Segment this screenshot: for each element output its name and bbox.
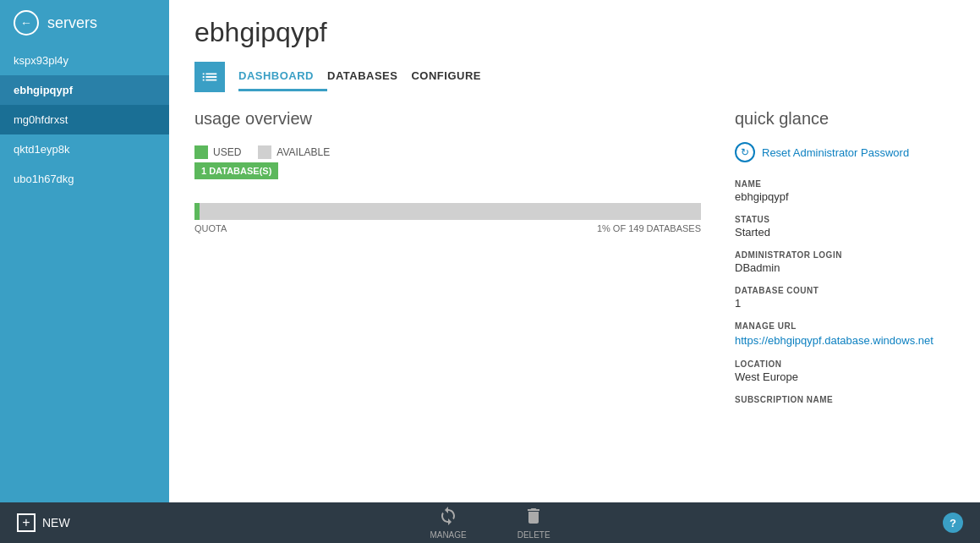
info-location: LOCATION West Europe <box>735 359 955 383</box>
status-value: Started <box>735 226 955 239</box>
legend-available: AVAILABLE <box>258 145 330 159</box>
name-label: NAME <box>735 179 955 189</box>
location-value: West Europe <box>735 370 955 383</box>
subscription-label: SUBSCRIPTION NAME <box>735 395 955 404</box>
footer-toolbar: + NEW MANAGE DELETE ? <box>0 502 980 543</box>
main-body: usage overview USED AVAILABLE 1 DATABASE… <box>169 92 980 502</box>
new-button[interactable]: + NEW <box>17 513 70 532</box>
db-count-value: 1 <box>735 297 955 310</box>
used-color-box <box>194 145 208 159</box>
location-label: LOCATION <box>735 359 955 369</box>
admin-login-value: DBadmin <box>735 261 955 274</box>
sidebar-item-ebhgipqypf[interactable]: ebhgipqypf <box>0 75 169 105</box>
used-label: USED <box>213 146 241 158</box>
main-content: ebhgipqypf DASHBOARD DATABASES CONFIGURE… <box>169 0 980 502</box>
bar-footer: QUOTA 1% of 149 DATABASES <box>194 223 701 233</box>
sidebar-item-ubo1h67dkg[interactable]: ubo1h67dkg <box>0 164 169 194</box>
sidebar: ← servers kspx93pl4y ebhgipqypf mg0hfdrx… <box>0 0 169 502</box>
usage-section: usage overview USED AVAILABLE 1 DATABASE… <box>194 109 701 485</box>
sidebar-item-qktd1eyp8k[interactable]: qktd1eyp8k <box>0 134 169 164</box>
page-title: ebhgipqypf <box>194 17 955 48</box>
help-button[interactable]: ? <box>943 513 963 533</box>
admin-login-label: ADMINISTRATOR LOGIN <box>735 250 955 260</box>
legend: USED AVAILABLE <box>194 145 701 159</box>
usage-title: usage overview <box>194 109 701 129</box>
bar-track <box>194 203 701 220</box>
reset-password-btn[interactable]: ↻ Reset Administrator Password <box>735 142 955 162</box>
tab-dashboard[interactable]: DASHBOARD <box>238 63 327 91</box>
manage-label: MANAGE <box>430 530 466 540</box>
quick-glance: quick glance ↻ Reset Administrator Passw… <box>735 109 955 485</box>
new-plus-icon: + <box>17 513 36 532</box>
tab-configure[interactable]: CONFIGURE <box>411 63 495 91</box>
back-button[interactable]: ← <box>14 10 39 36</box>
quick-glance-title: quick glance <box>735 109 955 129</box>
info-manage-url: MANAGE URL https://ebhgipqypf.database.w… <box>735 321 955 348</box>
delete-icon <box>523 506 544 529</box>
sidebar-title: servers <box>47 14 97 32</box>
info-subscription: SUBSCRIPTION NAME <box>735 395 955 404</box>
nav-tabs: DASHBOARD DATABASES CONFIGURE <box>194 62 955 92</box>
dashboard-icon <box>194 62 225 92</box>
bar-label: 1 DATABASE(S) <box>194 162 278 179</box>
reset-password-label: Reset Administrator Password <box>762 146 909 159</box>
manage-url-value[interactable]: https://ebhgipqypf.database.windows.net <box>735 334 933 347</box>
info-db-count: DATABASE COUNT 1 <box>735 286 955 310</box>
status-label: STATUS <box>735 215 955 224</box>
manage-url-label: MANAGE URL <box>735 321 955 331</box>
sidebar-item-mg0hfdrxst[interactable]: mg0hfdrxst <box>0 105 169 134</box>
bar-container: 1 DATABASE(S) QUOTA 1% of 149 DATABASES <box>194 186 701 233</box>
quota-label: QUOTA <box>194 223 227 233</box>
info-admin-login: ADMINISTRATOR LOGIN DBadmin <box>735 250 955 274</box>
info-status: STATUS Started <box>735 215 955 239</box>
bar-fill <box>194 203 200 220</box>
db-count-label: DATABASE COUNT <box>735 286 955 295</box>
available-label: AVAILABLE <box>276 146 330 158</box>
name-value: ebhgipqypf <box>735 190 955 203</box>
manage-button[interactable]: MANAGE <box>404 506 491 540</box>
legend-used: USED <box>194 145 241 159</box>
available-color-box <box>258 145 271 159</box>
delete-button[interactable]: DELETE <box>492 506 576 540</box>
quota-value: 1% of 149 DATABASES <box>597 223 701 233</box>
reset-icon: ↻ <box>735 142 755 162</box>
info-name: NAME ebhgipqypf <box>735 179 955 203</box>
sidebar-header[interactable]: ← servers <box>0 0 169 46</box>
sidebar-item-kspx93pl4y[interactable]: kspx93pl4y <box>0 46 169 75</box>
manage-icon <box>438 506 458 529</box>
main-header: ebhgipqypf DASHBOARD DATABASES CONFIGURE <box>169 0 980 92</box>
new-label: NEW <box>42 516 70 529</box>
delete-label: DELETE <box>517 530 550 540</box>
tab-databases[interactable]: DATABASES <box>327 63 411 91</box>
